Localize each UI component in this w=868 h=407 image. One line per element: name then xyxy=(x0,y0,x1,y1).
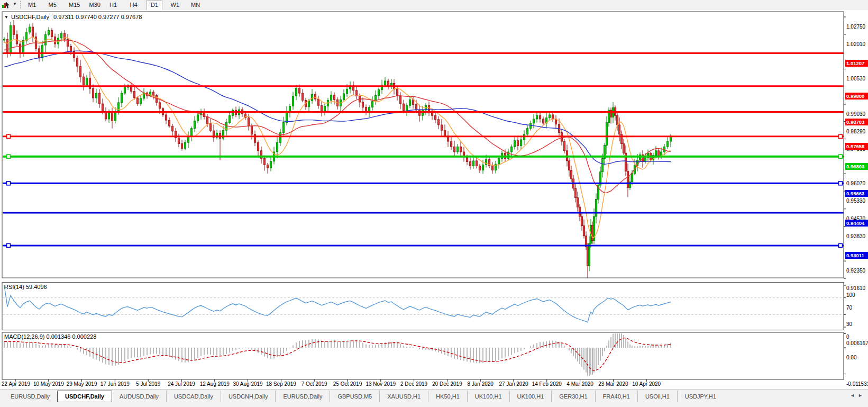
candle xyxy=(533,119,534,123)
price-chart-canvas[interactable] xyxy=(0,10,868,389)
timeframe-button-m30[interactable]: M30 xyxy=(86,0,104,10)
hline-handle[interactable] xyxy=(839,155,843,158)
candle xyxy=(51,30,52,37)
date-axis-label: 7 Oct 2019 xyxy=(301,381,327,387)
price-line-label: 0.95663 xyxy=(845,190,868,197)
candle xyxy=(476,161,477,166)
rsi-axis-tick: 70 xyxy=(846,305,852,311)
candle xyxy=(95,93,97,98)
price-line-label: 0.94404 xyxy=(845,220,868,227)
chart-tab-uk100-h1[interactable]: UK100,H1 xyxy=(467,391,509,402)
hline-handle[interactable] xyxy=(839,134,843,138)
hline-handle[interactable] xyxy=(7,243,11,247)
date-axis-label: 10 Apr 2020 xyxy=(632,381,661,387)
candle xyxy=(526,129,528,134)
candle xyxy=(574,188,576,198)
hline-handle[interactable] xyxy=(7,134,11,138)
candle xyxy=(514,141,515,147)
tab-next-icon[interactable]: ► xyxy=(858,393,866,398)
timeframe-button-h4[interactable]: H4 xyxy=(126,0,141,10)
candle xyxy=(606,123,607,146)
date-axis-label: 25 Oct 2019 xyxy=(333,381,362,387)
candle xyxy=(70,46,71,51)
timeframe-button-m15[interactable]: M15 xyxy=(65,0,84,10)
candle xyxy=(168,120,170,126)
candle xyxy=(529,123,531,129)
toolbar-grip[interactable] xyxy=(20,1,23,8)
chart-tab-audusd-daily[interactable]: AUDUSD,Daily xyxy=(112,391,166,402)
candle xyxy=(627,171,628,187)
candle xyxy=(29,27,30,32)
rsi-axis-tick: 100 xyxy=(846,292,855,298)
chart-tab-usoil-h1[interactable]: USOil,H1 xyxy=(637,391,677,402)
timeframe-button-mn[interactable]: MN xyxy=(187,0,204,10)
chart-window: ▼USDCHF,Daily0.97311 0.97740 0.97277 0.9… xyxy=(0,10,868,389)
candle xyxy=(570,170,572,179)
candle xyxy=(333,95,335,100)
date-axis-label: 23 Mar 2020 xyxy=(598,381,628,387)
candle xyxy=(441,125,442,130)
candle xyxy=(314,94,316,99)
candle xyxy=(469,162,471,166)
date-axis-label: 12 Aug 2019 xyxy=(200,381,230,387)
chart-tab-fra40-h1[interactable]: FRA40,H1 xyxy=(595,391,637,402)
candle xyxy=(460,147,461,152)
candle xyxy=(666,141,668,147)
chart-tab-eurusd-daily[interactable]: EURUSD,Daily xyxy=(3,391,57,402)
date-axis-label: 27 Jan 2020 xyxy=(499,381,528,387)
timeframe-button-h1[interactable]: H1 xyxy=(106,0,121,10)
symbol-dropdown-icon[interactable]: ▼ xyxy=(4,15,8,20)
date-axis-label: 20 Dec 2019 xyxy=(432,381,462,387)
candle xyxy=(498,158,499,164)
timeframe-button-d1[interactable]: D1 xyxy=(147,0,162,11)
date-axis-label: 18 Sep 2019 xyxy=(266,381,296,387)
candle xyxy=(542,119,544,123)
tab-scroll-arrows: ◄► xyxy=(850,393,866,398)
date-axis-label: 14 Feb 2020 xyxy=(532,381,562,387)
timeframe-button-m1[interactable]: M1 xyxy=(24,0,40,10)
chart-tab-usdcad-daily[interactable]: USDCAD,Daily xyxy=(166,391,221,402)
chart-tab-usdjpy-h1[interactable]: USDJPY,H1 xyxy=(677,391,724,402)
candle xyxy=(657,151,659,156)
candle xyxy=(453,147,455,152)
candle xyxy=(136,98,138,104)
hline-handle[interactable] xyxy=(7,182,11,185)
chart-tab-ger30-h1[interactable]: GER30,H1 xyxy=(551,391,595,402)
hline-handle[interactable] xyxy=(839,243,843,247)
price-line-label: 0.96803 xyxy=(845,163,868,170)
price-axis-tick: 1.00530 xyxy=(846,76,865,82)
chart-tab-usdcnh-daily[interactable]: USDCNH,Daily xyxy=(221,391,276,402)
tab-prev-icon[interactable]: ◄ xyxy=(850,393,858,398)
hline-handle[interactable] xyxy=(7,155,11,158)
chart-tab-eurusd-daily[interactable]: EURUSD,Daily xyxy=(275,391,330,402)
price-line-label: 0.97658 xyxy=(845,143,868,150)
chart-tab-uk100-h1[interactable]: UK100,H1 xyxy=(509,391,552,402)
candle xyxy=(595,200,597,216)
candle xyxy=(399,96,401,104)
chart-tab-xauusd-h1[interactable]: XAUUSD,H1 xyxy=(379,391,428,402)
candle xyxy=(618,125,620,134)
chart-tab-gbpusd-m5[interactable]: GBPUSD,M5 xyxy=(330,391,379,402)
candle xyxy=(25,32,27,41)
macd-indicator-label: MACD(12,26,9) 0.001346 0.000228 xyxy=(4,333,96,340)
chart-tab-usdchf-daily[interactable]: USDCHF,Daily xyxy=(57,391,112,402)
candle xyxy=(16,34,17,44)
timeframe-button-w1[interactable]: W1 xyxy=(167,0,184,10)
candle xyxy=(491,166,493,170)
candle xyxy=(412,100,414,105)
candle xyxy=(248,118,249,126)
timeframe-button-m5[interactable]: M5 xyxy=(45,0,60,10)
candle xyxy=(434,115,436,120)
candle xyxy=(298,88,300,93)
chart-tool-dropdown-icon[interactable]: ▼ xyxy=(13,2,17,6)
candle xyxy=(301,93,303,100)
candle xyxy=(194,121,195,128)
candle xyxy=(254,134,255,143)
chart-pointer-icon[interactable] xyxy=(2,1,11,9)
candle xyxy=(346,89,348,94)
hline-handle[interactable] xyxy=(839,182,843,185)
candle xyxy=(159,103,160,108)
chart-tab-hk50-h1[interactable]: HK50,H1 xyxy=(428,391,467,402)
date-axis-label: 29 May 2019 xyxy=(67,381,97,387)
candle xyxy=(76,58,78,67)
